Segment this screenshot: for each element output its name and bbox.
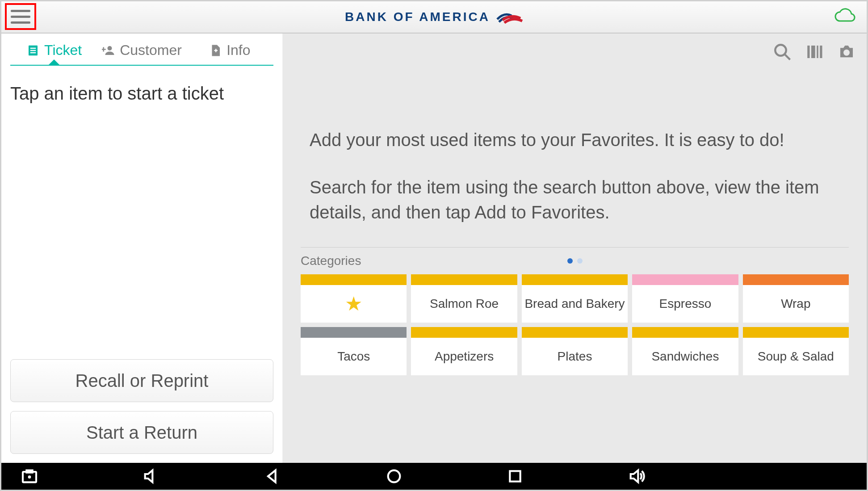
brand-logo: BANK OF AMERICA: [345, 9, 523, 25]
svg-point-4: [108, 46, 112, 50]
category-espresso[interactable]: Espresso: [632, 274, 738, 323]
category-label: Appetizers: [411, 338, 517, 375]
nav-screenshot-icon[interactable]: [19, 466, 40, 487]
svg-point-9: [775, 45, 786, 56]
tab-customer[interactable]: Customer: [98, 42, 185, 65]
receipt-icon: [26, 44, 40, 57]
svg-rect-11: [807, 46, 809, 58]
category-wrap[interactable]: Wrap: [743, 274, 849, 323]
page-dot-1: [567, 258, 573, 264]
recall-reprint-button[interactable]: Recall or Reprint: [10, 359, 273, 402]
categories-row-1: ★ Salmon Roe Bread and Bakery Espresso W…: [283, 274, 867, 323]
svg-point-19: [388, 470, 400, 483]
categories-row-2: Tacos Appetizers Plates Sandwiches Soup …: [283, 327, 867, 375]
camera-icon[interactable]: [837, 42, 856, 61]
svg-rect-8: [215, 49, 217, 52]
menu-button[interactable]: [5, 3, 36, 30]
nav-recents-icon[interactable]: [505, 466, 525, 487]
tab-customer-label: Customer: [120, 42, 182, 59]
category-salmon-roe[interactable]: Salmon Roe: [411, 274, 517, 323]
category-tacos[interactable]: Tacos: [301, 327, 407, 375]
category-label: Tacos: [301, 338, 407, 375]
page-dot-2: [577, 258, 583, 264]
category-label: Wrap: [743, 285, 849, 323]
svg-line-10: [784, 54, 790, 59]
left-tabs: Ticket Customer Info: [10, 34, 273, 66]
main-area: Ticket Customer Info Tap an item to star…: [1, 34, 867, 463]
barcode-icon[interactable]: [805, 42, 824, 61]
favorites-help: Add your most used items to your Favorit…: [283, 34, 867, 247]
category-plates[interactable]: Plates: [522, 327, 628, 375]
category-label: Salmon Roe: [411, 285, 517, 323]
svg-rect-2: [30, 50, 36, 51]
page-indicator: [567, 258, 583, 264]
nav-home-icon[interactable]: [384, 466, 404, 487]
category-label: Espresso: [632, 285, 738, 323]
svg-rect-6: [102, 49, 106, 50]
category-label: Bread and Bakery: [522, 285, 628, 323]
left-panel: Ticket Customer Info Tap an item to star…: [1, 34, 283, 463]
svg-rect-12: [811, 46, 815, 58]
category-label: Plates: [522, 338, 628, 375]
category-soup-salad[interactable]: Soup & Salad: [743, 327, 849, 375]
right-panel: Add your most used items to your Favorit…: [283, 34, 867, 463]
svg-rect-14: [820, 46, 822, 58]
svg-rect-3: [30, 52, 36, 53]
app-frame: BANK OF AMERICA Ticket: [0, 0, 868, 491]
tab-ticket[interactable]: Ticket: [10, 42, 98, 65]
tab-ticket-label: Ticket: [44, 42, 82, 59]
svg-point-15: [843, 50, 850, 56]
help-para-2: Search for the item using the search but…: [310, 175, 840, 225]
star-icon: ★: [345, 293, 362, 315]
category-appetizers[interactable]: Appetizers: [411, 327, 517, 375]
help-para-1: Add your most used items to your Favorit…: [310, 127, 840, 152]
ticket-prompt: Tap an item to start a ticket: [10, 66, 273, 104]
nav-volume-down-icon[interactable]: [141, 466, 161, 487]
category-label: Soup & Salad: [743, 338, 849, 375]
tab-info-label: Info: [226, 42, 250, 59]
svg-rect-1: [30, 47, 36, 49]
start-return-button[interactable]: Start a Return: [10, 411, 273, 454]
svg-rect-13: [817, 46, 818, 58]
search-icon[interactable]: [773, 42, 792, 61]
nav-volume-up-icon[interactable]: [626, 466, 647, 487]
svg-rect-20: [510, 471, 520, 481]
category-bread-bakery[interactable]: Bread and Bakery: [522, 274, 628, 323]
file-plus-icon: [209, 44, 222, 57]
right-toolbar: [773, 42, 856, 61]
brand-name: BANK OF AMERICA: [345, 10, 490, 24]
nav-back-icon[interactable]: [262, 466, 283, 487]
flag-icon: [496, 9, 523, 25]
category-label: Sandwiches: [632, 338, 738, 375]
categories-label: Categories: [301, 254, 361, 268]
add-person-icon: [102, 44, 115, 57]
category-sandwiches[interactable]: Sandwiches: [632, 327, 738, 375]
top-bar: BANK OF AMERICA: [1, 1, 867, 34]
cloud-status-icon[interactable]: [834, 8, 856, 26]
category-favorites[interactable]: ★: [301, 274, 407, 323]
svg-point-17: [28, 475, 31, 478]
android-navbar: [1, 463, 867, 490]
tab-info[interactable]: Info: [186, 42, 273, 65]
